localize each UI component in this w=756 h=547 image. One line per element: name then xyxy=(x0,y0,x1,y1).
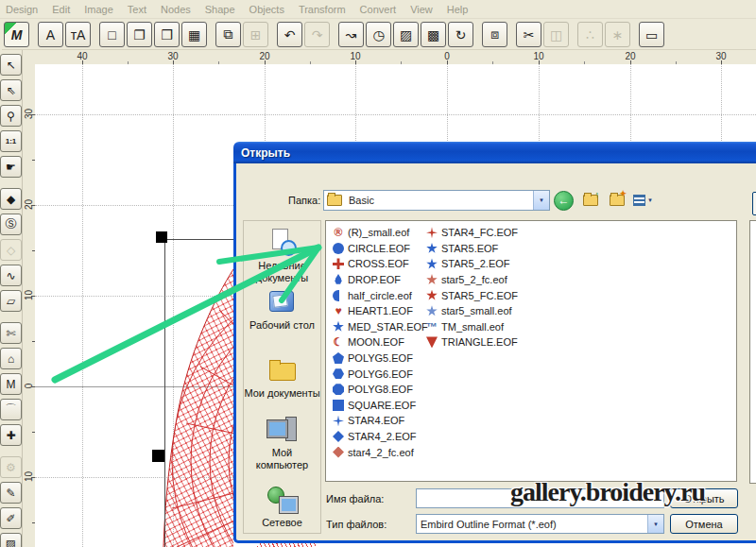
copy-button[interactable]: ⧉ xyxy=(215,22,241,47)
file-item[interactable]: STAR4_2.EOF xyxy=(333,429,428,445)
my-computer-icon xyxy=(266,415,299,445)
node-select-tool-button[interactable]: ⇖ xyxy=(0,79,22,101)
file-item[interactable]: STAR5.EOF xyxy=(426,241,518,257)
embird-manager-button[interactable]: M xyxy=(4,22,29,47)
place-label: Рабочий стол xyxy=(249,319,315,332)
open-design-button[interactable]: ❐ xyxy=(127,22,152,47)
sfumato-tool-button[interactable]: Ⓢ xyxy=(0,214,22,235)
folder-dropdown-chevron-icon[interactable]: ▼ xyxy=(533,191,549,210)
folder-combobox[interactable]: Basic ▼ xyxy=(323,190,550,211)
file-name: POLYG8.EOF xyxy=(348,384,413,395)
hatch-tool-button[interactable]: ▨ xyxy=(0,533,22,547)
file-item[interactable]: ™TM_small.eof xyxy=(426,319,518,335)
menu-nodes[interactable]: Nodes xyxy=(161,4,191,15)
knife-tool-button[interactable]: ✐ xyxy=(0,507,22,529)
zoom-tool-button[interactable]: ⚲ xyxy=(0,105,22,127)
lettering-button[interactable]: A xyxy=(38,22,63,47)
views-dropdown-icon: ▼ xyxy=(647,197,653,203)
pattern-fill-button[interactable]: ▩ xyxy=(421,22,446,47)
new-folder-button[interactable]: ✦ xyxy=(607,190,627,211)
star5-file-icon xyxy=(333,321,344,333)
compensation-button[interactable]: ⧈ xyxy=(482,22,507,47)
up-one-level-button[interactable]: ↑ xyxy=(580,190,600,211)
file-item[interactable]: STAR5_FC.EOF xyxy=(426,287,518,303)
save-design-button[interactable]: ▦ xyxy=(181,22,207,47)
file-item[interactable]: TRIANGLE.EOF xyxy=(426,334,518,350)
file-list[interactable]: ®(R)_small.eofCIRCLE.EOFCROSS.EOFDROP.EO… xyxy=(325,220,737,482)
menu-edit[interactable]: Edit xyxy=(52,4,70,15)
file-item[interactable]: ®(R)_small.eof xyxy=(333,225,428,241)
file-item[interactable]: star5_small.eof xyxy=(426,303,518,319)
preview-toggle-button[interactable] xyxy=(752,192,756,215)
pan-tool-button[interactable]: ☛ xyxy=(0,156,22,178)
freehand-tool-button[interactable]: M xyxy=(0,373,22,395)
file-name: HEART1.EOF xyxy=(348,305,413,316)
star5-file-icon xyxy=(426,290,438,301)
place-my-documents[interactable]: Мои документы xyxy=(244,355,320,400)
filetype-combobox[interactable]: Embird Outline Format (*.eof) ▼ xyxy=(416,514,664,534)
zoom-100-tool-button[interactable]: 1:1 xyxy=(0,130,22,152)
selection-handle[interactable] xyxy=(156,231,167,243)
place-my-computer[interactable]: Мой компьютер xyxy=(244,415,320,471)
menu-view[interactable]: View xyxy=(410,4,433,15)
cancel-button[interactable]: Отмена xyxy=(670,514,738,534)
edit-nodes-button[interactable]: ↝ xyxy=(338,22,364,47)
filetype-dropdown-chevron-icon[interactable]: ▼ xyxy=(647,515,663,533)
diamond-file-icon xyxy=(333,431,344,442)
file-item[interactable]: ♥HEART1.EOF xyxy=(333,303,428,319)
density-gauge-button[interactable]: ◷ xyxy=(366,22,391,47)
fill-shape-tool-button[interactable]: ◆ xyxy=(0,188,22,210)
file-item[interactable]: POLYG5.EOF xyxy=(333,350,428,367)
applique-tool-button[interactable]: ✄ xyxy=(0,322,22,344)
ribbon-tool-button[interactable]: ▱ xyxy=(0,290,22,312)
file-item[interactable]: POLYG6.EOF xyxy=(333,366,428,382)
file-name: POLYG6.EOF xyxy=(348,368,413,380)
menu-shape[interactable]: Shape xyxy=(205,4,235,15)
select-tool-button[interactable]: ↖ xyxy=(0,54,22,76)
file-item[interactable]: star4_2_fc.eof xyxy=(333,444,428,460)
back-button[interactable]: ← xyxy=(554,190,574,211)
file-item[interactable]: STAR5_2.EOF xyxy=(426,256,518,272)
menu-transform[interactable]: Transform xyxy=(299,4,346,15)
hoop-select-button[interactable]: ▭ xyxy=(639,22,664,47)
arc-tool-button[interactable]: ⌒ xyxy=(0,399,22,420)
file-item[interactable]: SQUARE.EOF xyxy=(333,398,428,414)
new-design-button[interactable]: □ xyxy=(99,22,125,47)
place-label: Недавние документы xyxy=(256,260,309,284)
file-item[interactable]: POLYG8.EOF xyxy=(333,382,428,398)
file-item[interactable]: half_circle.eof xyxy=(333,287,428,303)
closed-outline-tool-button[interactable]: ⌂ xyxy=(0,348,22,369)
manual-stitch-tool-button[interactable]: ✚ xyxy=(0,424,22,446)
trim-stitches-button[interactable]: ✂ xyxy=(516,22,541,47)
menu-help[interactable]: Help xyxy=(447,4,469,15)
file-item[interactable]: star5_2_fc.eof xyxy=(426,272,518,288)
file-item[interactable]: ☾MOON.EOF xyxy=(333,334,428,350)
file-item[interactable]: STAR4_FC.EOF xyxy=(426,225,518,241)
menu-text[interactable]: Text xyxy=(128,4,146,15)
file-item[interactable]: MED_STAR.EOF xyxy=(333,319,428,335)
import-design-button[interactable]: ❒ xyxy=(154,22,180,47)
dialog-title-bar[interactable]: Открыть xyxy=(233,142,756,163)
marker-tool-button[interactable]: ✎ xyxy=(0,482,22,504)
file-item[interactable]: STAR4.EOF xyxy=(333,413,428,429)
menu-image[interactable]: Image xyxy=(84,4,113,15)
watermark: gallery.broidery.ru xyxy=(510,477,705,507)
views-button[interactable]: ▼ xyxy=(633,190,653,211)
font-engine-button[interactable]: тA xyxy=(65,22,91,47)
file-item[interactable]: CROSS.EOF xyxy=(333,256,428,272)
place-recent-documents[interactable]: Недавние документы xyxy=(244,228,320,284)
selection-handle[interactable] xyxy=(152,450,164,462)
menu-objects[interactable]: Objects xyxy=(249,4,284,15)
sew-simulator-button[interactable]: ▨ xyxy=(393,22,419,47)
file-item[interactable]: CIRCLE.EOF xyxy=(333,241,428,257)
menu-convert[interactable]: Convert xyxy=(360,4,397,15)
place-desktop[interactable]: Рабочий стол xyxy=(244,287,320,332)
undo-button[interactable]: ↶ xyxy=(277,22,302,47)
menu-design[interactable]: Design xyxy=(6,4,38,15)
column-tool-button[interactable]: ∿ xyxy=(0,265,22,286)
place-network[interactable]: Сетевое xyxy=(244,485,320,529)
place-label: Мои документы xyxy=(244,387,319,400)
refresh-selection-button[interactable]: ↻ xyxy=(448,22,473,47)
file-item[interactable]: DROP.EOF xyxy=(333,272,428,288)
views-grid-icon xyxy=(633,195,645,206)
